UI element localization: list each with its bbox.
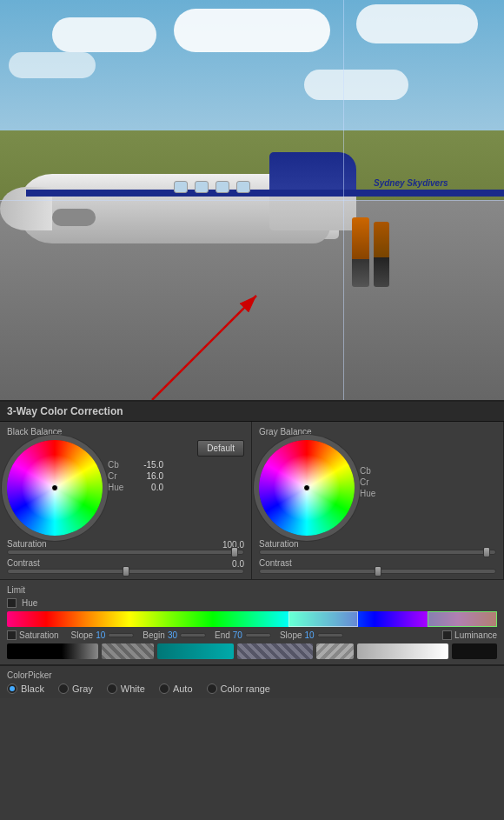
color-picker-section: ColorPicker Black Gray White A <box>0 665 504 698</box>
gray-wheel-center <box>303 484 310 491</box>
contrast-value: 0.0 <box>232 559 244 569</box>
black-balance-section: Black Balance Default Cb -15.0 <box>0 422 252 579</box>
radio-label-color-range: Color range <box>221 683 270 694</box>
radio-outer-gray <box>58 683 69 694</box>
default-button[interactable]: Default <box>197 440 244 457</box>
hue-bar[interactable] <box>7 611 497 627</box>
sat-bar-white <box>357 643 448 659</box>
gray-balance-title: Gray Balance <box>259 427 496 437</box>
gray-saturation-row: Saturation <box>259 539 496 555</box>
gray-saturation-thumb <box>483 547 490 557</box>
cb-value: -15.0 <box>132 460 163 470</box>
cloud3 <box>356 4 478 43</box>
panel-title: 3-Way Color Correction <box>0 402 504 422</box>
gray-cr-label: Cr <box>360 477 381 487</box>
sydney-text: Sydney Skydivers <box>374 178 448 188</box>
sat-bar-black2 <box>452 643 497 659</box>
color-picker-options: Black Gray White Auto Color range <box>7 683 497 694</box>
radio-option-auto[interactable]: Auto <box>159 683 193 694</box>
plane-window <box>174 181 188 193</box>
gray-contrast-thumb <box>375 566 381 577</box>
black-balance-inner: Default Cb -15.0 Cr 16.0 Hue <box>7 440 244 536</box>
luminance-checkbox[interactable] <box>442 630 452 640</box>
sat-bar-checker <box>102 643 155 659</box>
luminance-label: Luminance <box>454 630 497 640</box>
crosshair-vertical <box>343 0 344 400</box>
sat-bar-checker2 <box>237 643 313 659</box>
cloud5 <box>304 70 408 100</box>
radio-outer-color-range <box>207 683 217 694</box>
person1 <box>352 217 369 287</box>
radio-label-white: White <box>121 683 145 694</box>
slope-slider1[interactable] <box>108 633 134 637</box>
balance-values: Cb -15.0 Cr 16.0 Hue 0.0 <box>108 460 244 492</box>
radio-outer-auto <box>159 683 169 694</box>
panel-area: 3-Way Color Correction Black Balance Def… <box>0 400 504 698</box>
end-slider[interactable] <box>245 633 271 637</box>
radio-option-gray[interactable]: Gray <box>58 683 93 694</box>
slope-value1: 10 <box>96 630 105 640</box>
radio-option-color-range[interactable]: Color range <box>207 683 270 694</box>
hue-checkbox[interactable] <box>7 598 17 608</box>
limit-label: Limit <box>7 585 25 595</box>
cr-label: Cr <box>108 471 129 481</box>
hue-bar-green <box>428 611 497 627</box>
sat-bar-teal <box>157 643 233 659</box>
gray-contrast-slider[interactable] <box>259 569 496 574</box>
plane-window <box>236 181 250 193</box>
cloud4 <box>9 52 96 78</box>
end-label: End <box>215 630 230 640</box>
gray-saturation-label: Saturation <box>259 539 299 549</box>
radio-inner-black <box>10 686 15 691</box>
contrast-thumb <box>123 566 129 577</box>
hue-label: Hue <box>108 483 129 492</box>
gray-cr-row: Cr <box>360 477 496 487</box>
end-value: 70 <box>233 630 242 640</box>
person2 <box>374 222 389 287</box>
slope-slider2[interactable] <box>317 633 343 637</box>
cloud2 <box>174 9 330 52</box>
gray-contrast-row: Contrast <box>259 558 496 574</box>
begin-label: Begin <box>143 630 165 640</box>
gray-saturation-slider[interactable] <box>259 550 496 555</box>
gray-cb-label: Cb <box>360 466 381 476</box>
radio-outer-black <box>7 683 17 694</box>
saturation-slider[interactable] <box>7 550 244 555</box>
luminance-option[interactable]: Luminance <box>442 630 497 640</box>
plane-window <box>216 181 229 193</box>
black-balance-wheel[interactable] <box>7 440 103 536</box>
cr-row: Cr 16.0 <box>108 471 244 481</box>
plane-windows <box>174 181 250 193</box>
sat-checkbox-label: Saturation <box>19 630 59 640</box>
plane-engine <box>52 209 96 226</box>
black-balance-title: Black Balance <box>7 427 244 437</box>
saturation-label: Saturation <box>7 539 47 549</box>
slope-label1: Slope <box>71 630 94 640</box>
slope-label2: Slope <box>280 630 302 640</box>
cr-value: 16.0 <box>132 471 163 481</box>
sat-checkbox[interactable] <box>7 630 17 640</box>
wheel-center-dot <box>51 484 58 491</box>
image-area: Sydney Skydivers <box>0 0 504 400</box>
cloud1 <box>52 17 156 52</box>
gray-balance-inner: Cb Cr Hue <box>259 440 496 536</box>
sat-bar-checker3 <box>316 643 355 659</box>
begin-value: 30 <box>168 630 177 640</box>
radio-label-gray: Gray <box>72 683 93 694</box>
gray-balance-wheel[interactable] <box>259 440 355 536</box>
radio-label-black: Black <box>21 683 44 694</box>
radio-label-auto: Auto <box>173 683 193 694</box>
hue-selection <box>288 611 358 627</box>
begin-slider[interactable] <box>180 633 206 637</box>
radio-option-black[interactable]: Black <box>7 683 44 694</box>
contrast-row: Contrast 0.0 <box>7 558 244 574</box>
color-picker-title: ColorPicker <box>7 670 497 680</box>
slope-value2: 10 <box>305 630 315 640</box>
contrast-slider[interactable] <box>7 569 244 574</box>
sat-bars-row <box>7 643 497 659</box>
radio-option-white[interactable]: White <box>107 683 145 694</box>
crosshair-horizontal <box>0 200 504 201</box>
sat-bar-black <box>7 643 98 659</box>
limit-section: Limit Hue Saturation Slope 10 Begin <box>0 580 504 665</box>
radio-outer-white <box>107 683 117 694</box>
